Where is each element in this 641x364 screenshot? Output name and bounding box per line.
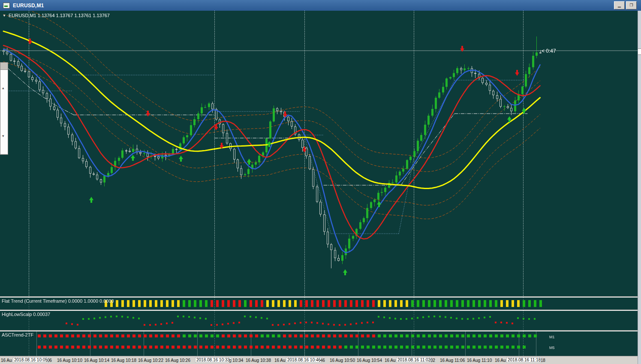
flat-trend-label: Flat Trend (Current Timeframe) 0.0000 1.… [2, 298, 114, 304]
time-label-highlighted: 2018.08.16 11:18 [506, 357, 542, 363]
asctrend-m5-label: M5 [549, 346, 555, 350]
mt4-window: EURUSD,M1 ▁ ❐ ▼ EURUSD,M1 1.13764 1.1376… [0, 0, 641, 364]
restore-button[interactable]: ❐ [626, 1, 637, 9]
minimize-icon: ▁ [618, 3, 621, 7]
highlowscalp-label: HighLowScalp 0.00037 [2, 312, 50, 317]
ohlc-quote: EURUSD,M1 1.13764 1.13767 1.13761 1.1376… [9, 13, 110, 18]
time-label: 16 Au [1, 358, 12, 363]
time-label: 16 Aug 10:54 [357, 358, 382, 363]
time-label: :46 [319, 358, 325, 363]
time-label: 16 Aug 10:18 [111, 358, 136, 363]
symbol-info: ▼ EURUSD,M1 1.13764 1.13767 1.13761 1.13… [3, 13, 110, 18]
time-axis[interactable]: 16 Au2018.08.16 10:05:0616 Aug 10:1016 A… [0, 356, 641, 364]
highlowscalp-canvas [0, 311, 638, 330]
minimize-button[interactable]: ▁ [614, 1, 625, 9]
time-label-highlighted: 2018.08.16 11:02 [396, 357, 432, 363]
scroll-down-icon[interactable]: ▾ [2, 134, 4, 138]
time-label: 16 Aug 10:38 [246, 358, 271, 363]
time-label: 16 Au [274, 358, 286, 363]
scrollbar-button[interactable] [0, 63, 8, 70]
main-chart-pane[interactable]: ▼ EURUSD,M1 1.13764 1.13767 1.13761 1.13… [0, 11, 638, 296]
time-label-highlighted: 2018.08.16 10:05 [13, 357, 49, 363]
time-label: :18 [539, 358, 545, 363]
right-scrollbar[interactable] [638, 11, 641, 364]
dropdown-arrow-icon: ▼ [3, 14, 6, 18]
time-label: :02 [429, 358, 435, 363]
asctrend-pane[interactable]: ASCTrend-2TF M1 M5 [0, 331, 638, 356]
flat-trend-pane[interactable]: Flat Trend (Current Timeframe) 0.0000 1.… [0, 298, 638, 310]
time-label: 16 Aug 11:06 [440, 358, 465, 363]
title-bar[interactable]: EURUSD,M1 ▁ ❐ [0, 0, 641, 11]
time-label: 16 Aug 11:10 [467, 358, 492, 363]
scroll-up-icon[interactable]: ▴ [2, 86, 4, 90]
asctrend-label: ASCTrend-2TF [2, 332, 33, 337]
time-label: :06 [46, 358, 52, 363]
restore-icon: ❐ [629, 3, 633, 7]
time-label: 16 Aug 10:14 [84, 358, 109, 363]
scrollbar-track[interactable]: ▴ ▾ [0, 70, 8, 154]
candle-countdown: < 0:47 [542, 48, 556, 54]
time-label: g 10:34 [229, 358, 243, 363]
time-label: 16 Aug 10:50 [330, 358, 355, 363]
time-label: 16 Aug 10:26 [165, 358, 190, 363]
time-label-highlighted: 2018.08.16 10:33 [195, 357, 231, 363]
chart-icon [3, 3, 10, 9]
time-label: 16 Aug 10:22 [138, 358, 163, 363]
left-edge-scrollbar[interactable]: ▴ ▾ [0, 62, 8, 155]
window-title: EURUSD,M1 [13, 3, 44, 9]
asctrend-m1-label: M1 [549, 335, 555, 339]
asctrend-canvas [0, 331, 638, 356]
highlowscalp-pane[interactable]: HighLowScalp 0.00037 [0, 311, 638, 330]
time-label: 16 Au [495, 358, 506, 363]
time-label: 16 Au [385, 358, 396, 363]
titlebar-buttons: ▁ ❐ [614, 1, 639, 9]
time-label-highlighted: 2018.08.16 10:46 [286, 357, 322, 363]
price-marker [638, 48, 641, 55]
time-label: 16 Aug 10:10 [57, 358, 82, 363]
